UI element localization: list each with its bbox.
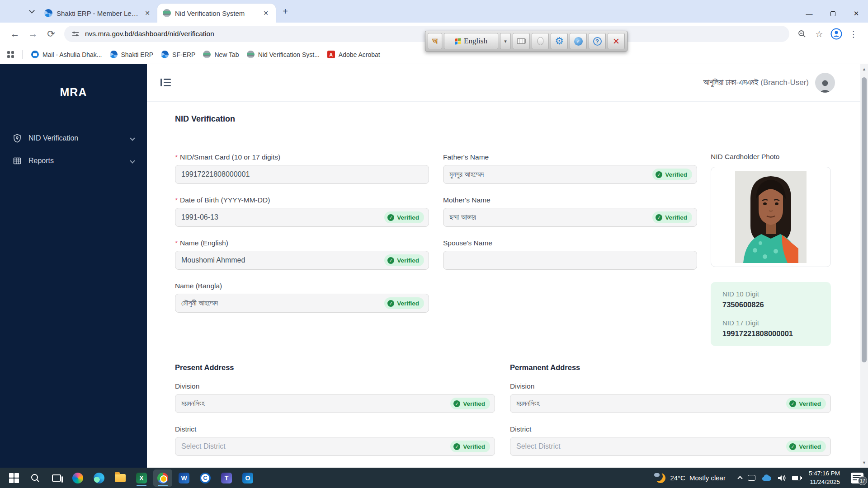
weather-widget[interactable]: 24°CMostly clear bbox=[653, 469, 728, 487]
word-button[interactable]: W bbox=[175, 469, 193, 487]
browser-tab-strip: Shakti ERP - Member Lead List ✕ Nid Veri… bbox=[0, 0, 868, 23]
section-title: Permanent Address bbox=[510, 363, 831, 372]
close-window-button[interactable]: ✕ bbox=[844, 5, 868, 23]
nid10-value: 7350600826 bbox=[722, 300, 824, 309]
excel-button[interactable]: X bbox=[132, 469, 151, 487]
check-icon: ✓ bbox=[656, 171, 662, 178]
new-tab-button[interactable]: + bbox=[278, 5, 292, 18]
verified-badge: ✓Verified bbox=[786, 398, 826, 409]
file-explorer-button[interactable] bbox=[111, 469, 130, 487]
restore-button[interactable] bbox=[821, 5, 844, 23]
tab-shakti-erp[interactable]: Shakti ERP - Member Lead List ✕ bbox=[39, 5, 157, 21]
verified-badge: ✓Verified bbox=[384, 211, 424, 223]
tab-title: Shakti ERP - Member Lead List bbox=[57, 9, 139, 17]
field-spouse-name: Spouse's Name bbox=[443, 239, 697, 270]
avro-keyboard-toolbar: অ English ▾ ⚙ ✓ ? ✕ bbox=[425, 31, 627, 52]
tab-close-icon[interactable]: ✕ bbox=[143, 9, 152, 18]
bookmark-mail[interactable]: Mail - Ashulia Dhak... bbox=[30, 49, 103, 60]
task-view-button[interactable] bbox=[47, 469, 66, 487]
edge-button[interactable] bbox=[90, 469, 108, 487]
reload-button[interactable]: ⟳ bbox=[42, 25, 60, 42]
verified-badge: ✓Verified bbox=[450, 441, 490, 452]
avro-settings-button[interactable]: ⚙ bbox=[551, 33, 568, 49]
permanent-division-input[interactable] bbox=[510, 394, 831, 413]
language-selector[interactable]: English bbox=[444, 33, 498, 49]
copilot-button[interactable] bbox=[68, 469, 87, 487]
chrome-icon bbox=[157, 473, 168, 483]
check-icon: ✓ bbox=[789, 443, 796, 450]
profile-avatar-icon[interactable] bbox=[828, 26, 844, 42]
bookmark-nid-verification[interactable]: Nid Verification Syst... bbox=[246, 49, 321, 60]
browser-menu-icon[interactable]: ⋮ bbox=[845, 26, 862, 42]
sidebar-nav: NID Verification Reports bbox=[0, 127, 147, 172]
nid-number-input[interactable] bbox=[175, 165, 429, 184]
battery-icon[interactable] bbox=[792, 476, 801, 480]
sidebar-item-nid-verification[interactable]: NID Verification bbox=[0, 127, 147, 150]
gear-icon: ⚙ bbox=[555, 36, 564, 46]
site-settings-icon[interactable] bbox=[71, 30, 80, 38]
tab-close-icon[interactable]: ✕ bbox=[261, 9, 270, 18]
present-district-select[interactable] bbox=[175, 437, 495, 456]
check-icon: ✓ bbox=[387, 214, 394, 221]
sidebar-collapse-icon[interactable] bbox=[160, 78, 171, 87]
avro-close-button[interactable]: ✕ bbox=[608, 33, 625, 49]
page-scrollbar[interactable]: ▲ ▼ bbox=[860, 64, 868, 468]
url-text[interactable]: nvs.mra.gov.bd/dashboard/nid/verificatio… bbox=[85, 30, 214, 38]
mouse-input-button[interactable] bbox=[532, 33, 549, 49]
zoom-out-indicator-icon[interactable] bbox=[794, 26, 810, 42]
check-icon: ✓ bbox=[656, 214, 662, 221]
apps-grid-icon[interactable] bbox=[7, 51, 14, 58]
chrome-button[interactable] bbox=[153, 469, 172, 487]
search-button[interactable] bbox=[26, 469, 45, 487]
cast-icon[interactable] bbox=[748, 475, 755, 481]
user-avatar[interactable] bbox=[815, 73, 835, 93]
taskbar-clock[interactable]: 5:47:16 PM 11/24/2025 bbox=[809, 469, 840, 487]
spouse-name-input[interactable] bbox=[443, 251, 697, 270]
verified-badge: ✓Verified bbox=[652, 211, 692, 223]
back-button[interactable]: ← bbox=[6, 25, 24, 42]
field-permanent-district: District ✓Verified bbox=[510, 425, 831, 456]
tab-nid-verification[interactable]: Nid Verification System ✕ bbox=[157, 4, 276, 23]
forward-button[interactable]: → bbox=[24, 25, 42, 42]
avro-spell-button[interactable]: ✓ bbox=[570, 33, 587, 49]
outlook-button[interactable]: O bbox=[238, 469, 257, 487]
sidebar-item-reports[interactable]: Reports bbox=[0, 150, 147, 172]
desktop: Shakti ERP - Member Lead List ✕ Nid Veri… bbox=[0, 0, 868, 488]
bookmark-new-tab[interactable]: New Tab bbox=[202, 49, 240, 60]
language-dropdown-arrow[interactable]: ▾ bbox=[500, 33, 511, 49]
start-button[interactable] bbox=[5, 469, 24, 487]
tray-overflow-icon[interactable] bbox=[737, 476, 742, 481]
bookmark-adobe-acrobat[interactable]: AAdobe Acrobat bbox=[326, 49, 381, 60]
scroll-up-icon[interactable]: ▲ bbox=[860, 67, 868, 71]
tab-search-button[interactable] bbox=[24, 4, 39, 19]
divider bbox=[22, 50, 23, 59]
present-division-input[interactable] bbox=[175, 394, 495, 413]
scrollbar-thumb[interactable] bbox=[862, 77, 867, 362]
minimize-button[interactable]: — bbox=[797, 5, 821, 23]
scroll-down-icon[interactable]: ▼ bbox=[860, 460, 868, 465]
bookmark-sf-erp[interactable]: SF-ERP bbox=[160, 49, 196, 60]
permanent-district-select[interactable] bbox=[510, 437, 831, 456]
check-icon: ✓ bbox=[453, 443, 460, 450]
bookmark-label: New Tab bbox=[214, 51, 239, 58]
c-app-button[interactable]: C bbox=[196, 469, 215, 487]
notification-center-button[interactable]: 17 bbox=[851, 473, 863, 483]
weather-moon-icon bbox=[656, 473, 665, 483]
app-header: আশুলিয়া ঢাকা-এসএমই (Branch-User) bbox=[147, 64, 860, 102]
bookmark-star-icon[interactable]: ☆ bbox=[811, 26, 827, 42]
running-indicator bbox=[158, 485, 168, 486]
nid10-group: NID 10 Digit 7350600826 bbox=[722, 290, 824, 309]
windows-taskbar: X W C T O 24°CMostly clear 5:47:16 PM 11… bbox=[0, 468, 868, 488]
avro-bangla-icon[interactable]: অ bbox=[428, 33, 442, 49]
teams-icon: T bbox=[221, 473, 232, 483]
chevron-down-icon bbox=[130, 158, 135, 163]
keyboard-layout-button[interactable] bbox=[513, 33, 530, 49]
field-father-name: Father's Name ✓Verified bbox=[443, 153, 697, 184]
onedrive-icon[interactable] bbox=[761, 474, 771, 481]
bookmark-shakti-erp[interactable]: Shakti ERP bbox=[109, 49, 155, 60]
form-column-right: Father's Name ✓Verified Mother's Name ✓V… bbox=[443, 153, 697, 346]
avro-help-button[interactable]: ? bbox=[589, 33, 606, 49]
teams-button[interactable]: T bbox=[217, 469, 236, 487]
field-label: Father's Name bbox=[443, 153, 697, 161]
speaker-icon[interactable] bbox=[777, 474, 786, 482]
